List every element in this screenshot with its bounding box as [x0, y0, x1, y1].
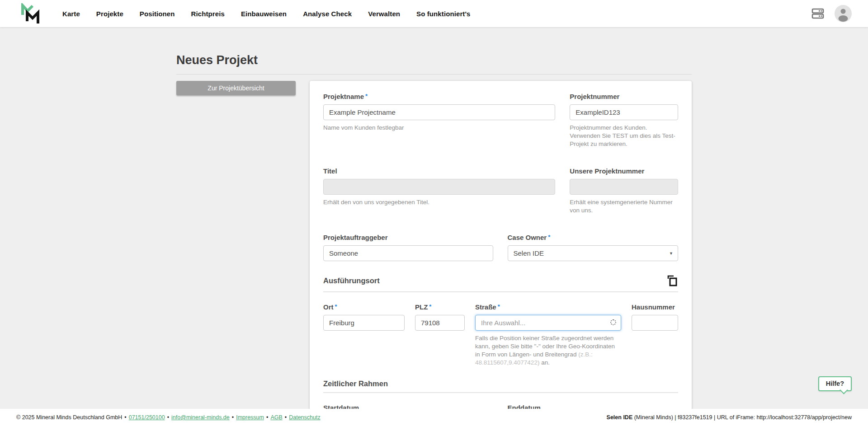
title-divider	[176, 74, 692, 75]
footer-user-name: Selen IDE	[607, 414, 633, 421]
top-navigation-bar: Karte Projekte Positionen Richtpreis Ein…	[0, 0, 868, 27]
field-hausnummer: Hausnummer	[632, 303, 678, 367]
required-asterisk: *	[548, 234, 550, 240]
unsere-projektnummer-helper: Erhält eine systemgenerierte Nummer von …	[570, 198, 678, 215]
required-asterisk: *	[429, 303, 431, 310]
projektnummer-helper: Projektnummer des Kunden. Verwenden Sie …	[570, 124, 678, 148]
ort-label: Ort	[323, 303, 334, 311]
hausnummer-input[interactable]	[632, 315, 678, 331]
projektauftraggeber-input[interactable]	[323, 245, 493, 261]
plz-input[interactable]	[415, 315, 465, 331]
projektname-helper: Name vom Kunden festlegbar	[323, 124, 555, 132]
footer-session-details: (Mineral Minds) | f83237fe1519 | URL of …	[632, 414, 852, 421]
footer-link-phone[interactable]: 07151/250100	[129, 414, 165, 421]
new-project-form-card: Projektname* Name vom Kunden festlegbar …	[310, 81, 692, 426]
footer-link-agb[interactable]: AGB	[270, 414, 282, 421]
footer-left: © 2025 Mineral Minds Deutschland GmbH•07…	[16, 414, 321, 421]
strasse-helper-suffix: an.	[539, 359, 550, 366]
footer-separator: •	[232, 414, 234, 421]
titel-helper: Erhält den von uns vorgegebenen Titel.	[323, 198, 555, 206]
footer-separator: •	[167, 414, 169, 421]
footer-link-datenschutz[interactable]: Datenschutz	[289, 414, 320, 421]
field-projektnummer: Projektnummer Projektnummer des Kunden. …	[570, 93, 678, 148]
copy-address-button[interactable]	[666, 275, 678, 287]
help-button[interactable]: Hilfe?	[818, 376, 852, 391]
user-avatar[interactable]	[835, 5, 852, 22]
titel-input	[323, 179, 555, 195]
server-icon-glyph	[811, 7, 825, 20]
topbar-right-actions	[811, 5, 852, 22]
ort-input[interactable]	[323, 315, 405, 331]
strasse-helper: Falls die Position keiner Straße zugeord…	[475, 334, 621, 367]
unsere-projektnummer-label: Unsere Projektnummer	[570, 167, 678, 175]
case-owner-label: Case Owner	[508, 234, 547, 241]
field-unsere-projektnummer: Unsere Projektnummer Erhält eine systemg…	[570, 167, 678, 215]
footer-link-impressum[interactable]: Impressum	[236, 414, 264, 421]
person-icon	[835, 5, 852, 22]
plz-label: PLZ	[415, 303, 428, 311]
left-column: Zur Projektübersicht	[176, 81, 296, 95]
case-owner-selected-value: Selen IDE	[514, 249, 544, 257]
page-content: Neues Projekt Zur Projektübersicht Proje…	[0, 27, 868, 426]
field-case-owner: Case Owner* Selen IDE ▼	[508, 234, 679, 261]
field-ort: Ort*	[323, 303, 405, 367]
section-zeitlicher-rahmen-header: Zeitlicher Rahmen	[323, 379, 678, 393]
server-status-icon[interactable]	[811, 7, 825, 20]
nav-item-richtpreis[interactable]: Richtpreis	[191, 10, 225, 18]
projektauftraggeber-label: Projektauftraggeber	[323, 234, 493, 241]
field-plz: PLZ*	[415, 303, 465, 367]
footer-link-email[interactable]: info@mineral-minds.de	[171, 414, 230, 421]
required-asterisk: *	[365, 93, 368, 99]
back-to-project-overview-button[interactable]: Zur Projektübersicht	[176, 81, 296, 95]
mineral-minds-logo-icon	[21, 3, 41, 24]
footer-separator: •	[285, 414, 287, 421]
hausnummer-label: Hausnummer	[632, 303, 678, 311]
nav-item-so-funktionierts[interactable]: So funktioniert's	[416, 10, 470, 18]
chevron-down-icon: ▼	[669, 251, 673, 256]
footer: © 2025 Mineral Minds Deutschland GmbH•07…	[0, 409, 868, 426]
section-ausfuehrungsort-header: Ausführungsort	[323, 275, 678, 292]
case-owner-select[interactable]: Selen IDE ▼	[508, 245, 679, 261]
nav-item-analyse-check[interactable]: Analyse Check	[303, 10, 352, 18]
page-title: Neues Projekt	[176, 53, 692, 67]
nav-item-positionen[interactable]: Positionen	[140, 10, 175, 18]
copy-icon	[667, 275, 678, 287]
nav-item-verwalten[interactable]: Verwalten	[368, 10, 400, 18]
footer-separator: •	[124, 414, 126, 421]
strasse-label: Straße	[475, 303, 496, 311]
titel-label: Titel	[323, 167, 555, 175]
strasse-helper-main: Falls die Position keiner Straße zugeord…	[475, 335, 615, 358]
brand-logo[interactable]	[21, 3, 41, 24]
field-projektauftraggeber: Projektauftraggeber	[323, 234, 493, 261]
projektname-input[interactable]	[323, 104, 555, 120]
field-projektname: Projektname* Name vom Kunden festlegbar	[323, 93, 555, 148]
field-titel: Titel Erhält den von uns vorgegebenen Ti…	[323, 167, 555, 215]
strasse-input[interactable]	[475, 315, 621, 331]
nav-item-karte[interactable]: Karte	[62, 10, 80, 18]
loading-spinner-icon	[610, 319, 616, 325]
unsere-projektnummer-input	[570, 179, 678, 195]
footer-separator: •	[266, 414, 268, 421]
field-strasse: Straße* Falls die Position keiner Straße…	[475, 303, 621, 367]
section-zeitlicher-rahmen-title: Zeitlicher Rahmen	[323, 379, 388, 388]
nav-item-einbauweisen[interactable]: Einbauweisen	[241, 10, 287, 18]
section-ausfuehrungsort-title: Ausführungsort	[323, 276, 380, 285]
nav-item-projekte[interactable]: Projekte	[96, 10, 123, 18]
footer-copyright: © 2025 Mineral Minds Deutschland GmbH	[16, 414, 122, 421]
projektnummer-input[interactable]	[570, 104, 678, 120]
required-asterisk: *	[335, 303, 337, 310]
projektname-label: Projektname	[323, 93, 364, 100]
main-nav: Karte Projekte Positionen Richtpreis Ein…	[62, 10, 471, 18]
footer-session-info: Selen IDE (Mineral Minds) | f83237fe1519…	[607, 414, 852, 421]
required-asterisk: *	[498, 303, 500, 310]
projektnummer-label: Projektnummer	[570, 93, 678, 100]
